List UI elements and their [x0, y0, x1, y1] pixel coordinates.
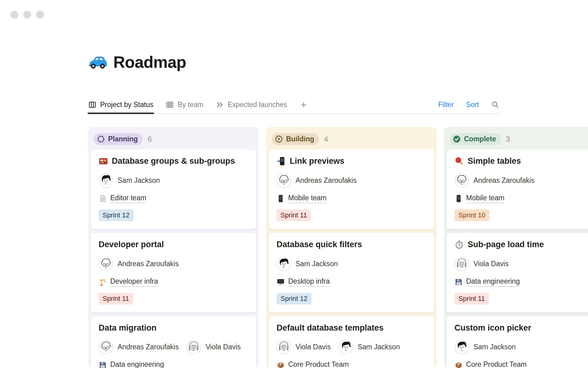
- team-emoji-icon: [99, 194, 107, 203]
- card-team-row: Mobile team: [454, 194, 588, 203]
- card-team-row: Developer infra: [99, 277, 248, 287]
- team-link[interactable]: Developer infra: [110, 277, 158, 287]
- team-emoji-icon: [99, 361, 107, 368]
- person-name: Sam Jackson: [296, 260, 338, 268]
- car-emoji-icon[interactable]: [88, 54, 107, 70]
- card-title-row: Link previews: [277, 156, 426, 167]
- view-controls: Filter Sort: [438, 101, 499, 109]
- board-column: Building 4 Link previews Andreas Zaroufa…: [266, 127, 437, 368]
- person: Sam Jackson: [339, 340, 400, 354]
- person-name: Viola Davis: [205, 343, 241, 351]
- status-pill[interactable]: Building: [272, 133, 319, 145]
- project-card[interactable]: Sub-page load time Viola Davis Data engi…: [447, 233, 588, 312]
- column-header: Complete 3: [447, 129, 588, 149]
- team-link[interactable]: Desktop infra: [288, 277, 330, 287]
- card-title: Simple tables: [468, 156, 521, 167]
- avatar: [99, 340, 113, 354]
- team-link[interactable]: Core Product Team: [466, 360, 527, 368]
- tab-label: By team: [178, 101, 203, 109]
- team-link[interactable]: Data engineering: [110, 360, 164, 368]
- avatar: [339, 340, 353, 354]
- team-emoji-icon: [277, 361, 285, 368]
- sort-button[interactable]: Sort: [466, 101, 479, 109]
- card-people: Sam Jackson: [99, 173, 248, 188]
- project-card[interactable]: Default database templates Viola Davis S…: [269, 316, 434, 368]
- project-card[interactable]: Database quick filters Sam Jackson Deskt…: [269, 233, 434, 312]
- project-card[interactable]: Simple tables Andreas Zaroufakis Mobile …: [447, 149, 588, 229]
- card-title: Developer portal: [99, 240, 164, 250]
- team-emoji-icon: [99, 278, 107, 286]
- window-control-dot[interactable]: [23, 11, 31, 19]
- project-card[interactable]: Data migration Andreas Zaroufakis Viola …: [91, 316, 256, 368]
- person: Sam Jackson: [277, 257, 338, 271]
- card-title: Custom icon picker: [454, 323, 531, 333]
- view-tabbar: Project by Status By team Expected launc…: [88, 96, 499, 114]
- tab-expected-launches[interactable]: Expected launches: [216, 96, 287, 113]
- board-column: Planning 6 Database groups & sub-groups …: [88, 127, 259, 368]
- team-emoji-icon: [277, 194, 285, 203]
- team-link[interactable]: Mobile team: [466, 194, 504, 203]
- tab-project-by-status[interactable]: Project by Status: [88, 96, 153, 113]
- sprint-tag: Sprint 10: [454, 209, 489, 221]
- column-count: 3: [506, 135, 510, 144]
- page-title: Roadmap: [113, 53, 186, 71]
- person-name: Andreas Zaroufakis: [473, 176, 534, 185]
- search-icon[interactable]: [491, 101, 499, 109]
- avatar: [99, 257, 113, 271]
- filter-button[interactable]: Filter: [438, 101, 454, 109]
- column-cards: Simple tables Andreas Zaroufakis Mobile …: [447, 149, 588, 368]
- window-control-dot[interactable]: [10, 11, 18, 19]
- card-title-row: Database quick filters: [277, 240, 426, 250]
- status-icon: [453, 135, 461, 143]
- card-title-row: Simple tables: [454, 156, 588, 167]
- team-link[interactable]: Mobile team: [288, 194, 326, 203]
- tab-by-team[interactable]: By team: [166, 96, 203, 113]
- team-link[interactable]: Core Product Team: [288, 360, 349, 368]
- card-title-row: Developer portal: [99, 240, 248, 250]
- person-name: Sam Jackson: [118, 176, 160, 185]
- window-controls: [10, 11, 44, 19]
- card-people: Andreas Zaroufakis: [454, 173, 588, 188]
- project-card[interactable]: Database groups & sub-groups Sam Jackson…: [91, 149, 256, 229]
- sprint-tag: Sprint 12: [99, 209, 134, 221]
- status-icon: [275, 135, 283, 143]
- person-name: Andreas Zaroufakis: [118, 343, 179, 351]
- window-control-dot[interactable]: [36, 11, 44, 19]
- card-emoji-icon: [454, 156, 464, 166]
- card-people: Andreas Zaroufakis: [99, 257, 248, 271]
- person-name: Sam Jackson: [358, 343, 400, 351]
- add-view-button[interactable]: +: [301, 99, 307, 110]
- project-card[interactable]: Developer portal Andreas Zaroufakis Deve…: [91, 233, 256, 312]
- person: Andreas Zaroufakis: [99, 340, 179, 354]
- avatar: [454, 173, 469, 188]
- card-title: Data migration: [99, 323, 156, 333]
- card-title-row: Custom icon picker: [454, 323, 588, 333]
- card-team-row: Data engineering: [99, 360, 248, 368]
- project-card[interactable]: Link previews Andreas Zaroufakis Mobile …: [269, 149, 434, 229]
- avatar: [454, 340, 469, 354]
- column-header: Building 4: [269, 129, 434, 149]
- column-count: 4: [324, 135, 328, 144]
- card-emoji-icon: [99, 156, 108, 166]
- board-view-icon: [88, 101, 96, 109]
- person: Andreas Zaroufakis: [277, 173, 356, 188]
- sprint-tag: Sprint 11: [99, 293, 133, 305]
- team-emoji-icon: [454, 278, 463, 286]
- card-title-row: Default database templates: [277, 323, 426, 333]
- card-people: Viola Davis Sam Jackson: [277, 340, 426, 354]
- card-people: Sam Jackson: [277, 257, 426, 271]
- status-pill[interactable]: Complete: [450, 133, 501, 145]
- project-card[interactable]: Custom icon picker Sam Jackson Core Prod…: [447, 316, 588, 368]
- avatar: [187, 340, 201, 354]
- team-link[interactable]: Data engineering: [466, 277, 520, 287]
- column-cards: Database groups & sub-groups Sam Jackson…: [91, 149, 256, 368]
- card-team-row: Mobile team: [277, 194, 426, 203]
- team-link[interactable]: Editor team: [110, 194, 146, 203]
- person-name: Sam Jackson: [473, 343, 516, 351]
- status-pill[interactable]: Planning: [94, 133, 143, 145]
- card-title: Link previews: [290, 156, 345, 167]
- card-title: Default database templates: [277, 323, 384, 333]
- view-tabs: Project by Status By team Expected launc…: [88, 96, 307, 113]
- avatar: [277, 340, 291, 354]
- person-name: Viola Davis: [473, 260, 509, 268]
